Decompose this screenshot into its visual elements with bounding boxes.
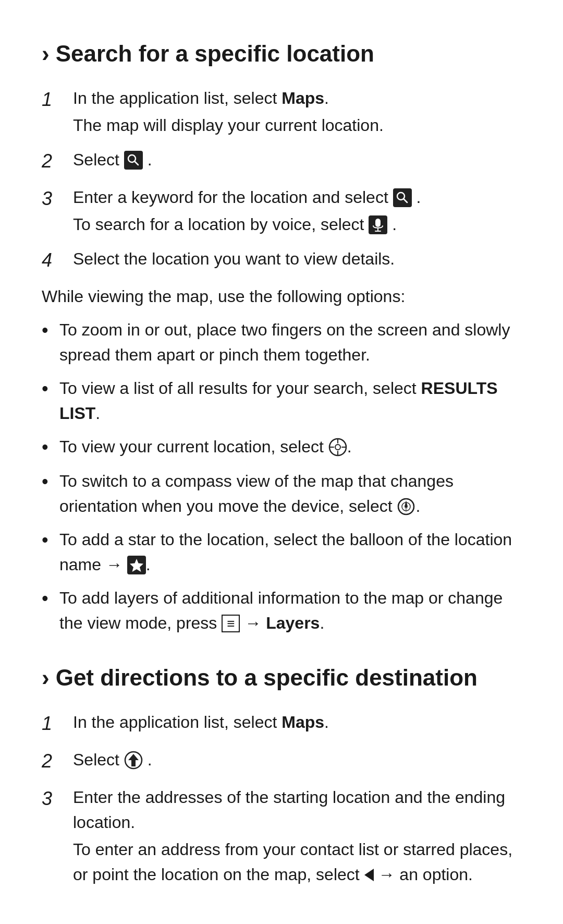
- step3-content: Enter a keyword for the location and sel…: [73, 185, 521, 237]
- step3-subline: To search for a location by voice, selec…: [73, 212, 521, 237]
- star-icon: [127, 556, 146, 574]
- bullet-dot-4: •: [42, 469, 51, 495]
- bullet-item-5: • To add a star to the location, select …: [42, 527, 521, 577]
- bullet-text-4: To switch to a compass view of the map t…: [59, 469, 521, 519]
- section2-chevron: ›: [42, 661, 50, 695]
- s2-step1-number: 1: [42, 710, 73, 738]
- step1-content: In the application list, select Maps. Th…: [73, 86, 521, 138]
- bullet-dot-1: •: [42, 317, 51, 343]
- step3-text: Enter a keyword for the location and sel…: [73, 188, 393, 207]
- bullet-item-4: • To switch to a compass view of the map…: [42, 469, 521, 519]
- search-icon: [124, 151, 143, 170]
- layers-bold: Layers: [266, 614, 320, 632]
- results-list-bold: RESULTS LIST: [59, 379, 498, 423]
- section1-step4: 4 Select the location you want to view d…: [42, 246, 521, 274]
- bullet-list: • To zoom in or out, place two fingers o…: [42, 317, 521, 635]
- bullet-text-2: To view a list of all results for your s…: [59, 376, 521, 426]
- svg-marker-25: [128, 754, 139, 766]
- search-icon-2: [393, 188, 412, 207]
- step1-maps-bold: Maps: [282, 89, 324, 107]
- section2-title: Get directions to a specific destination: [56, 661, 478, 695]
- svg-rect-0: [124, 151, 143, 170]
- s2-step3-content: Enter the addresses of the starting loca…: [73, 785, 521, 887]
- step2-number: 2: [42, 147, 73, 175]
- s2-step2-text: Select: [73, 750, 124, 769]
- triangle-icon: [364, 869, 374, 881]
- bullet-dot-5: •: [42, 527, 51, 553]
- svg-rect-3: [393, 188, 412, 207]
- bullet-item-6: • To add layers of additional informatio…: [42, 585, 521, 635]
- bullet-item-2: • To view a list of all results for your…: [42, 376, 521, 426]
- s2-step2-period: .: [148, 750, 152, 769]
- step4-text: Select the location you want to view det…: [73, 249, 395, 268]
- section1-step1: 1 In the application list, select Maps. …: [42, 86, 521, 138]
- step1-text: In the application list, select Maps.: [73, 89, 329, 107]
- bullet-text-5: To add a star to the location, select th…: [59, 527, 521, 577]
- section1-step2: 2 Select .: [42, 147, 521, 175]
- bullet-text-3: To view your current location, select .: [59, 434, 521, 459]
- s2-step3-subline-end: → an option.: [378, 865, 472, 884]
- section1-title: Search for a specific location: [56, 37, 374, 71]
- section1-heading: › Search for a specific location: [42, 37, 521, 71]
- step2-period: .: [148, 150, 152, 169]
- directions-icon: [124, 751, 143, 770]
- menu-icon: ≡: [222, 615, 240, 632]
- s2-step2-number: 2: [42, 747, 73, 775]
- step1-number: 1: [42, 86, 73, 114]
- section2-step1: 1 In the application list, select Maps.: [42, 710, 521, 738]
- svg-point-11: [335, 445, 340, 450]
- step2-content: Select .: [73, 147, 521, 172]
- bullet-dot-2: •: [42, 376, 51, 402]
- s2-step2-content: Select .: [73, 747, 521, 772]
- bullet-item-3: • To view your current location, select …: [42, 434, 521, 460]
- gps-icon: [328, 438, 347, 457]
- section2-step2: 2 Select .: [42, 747, 521, 775]
- bullet-item-1: • To zoom in or out, place two fingers o…: [42, 317, 521, 367]
- step3-subline-end: .: [392, 215, 397, 234]
- step3-subline-text: To search for a location by voice, selec…: [73, 215, 369, 234]
- step4-content: Select the location you want to view det…: [73, 246, 521, 271]
- section1-step3: 3 Enter a keyword for the location and s…: [42, 185, 521, 237]
- step3-period: .: [417, 188, 421, 207]
- s2-step3-number: 3: [42, 785, 73, 813]
- step4-number: 4: [42, 246, 73, 274]
- s2-maps-bold: Maps: [282, 713, 324, 731]
- while-text: While viewing the map, use the following…: [42, 284, 521, 309]
- section1-chevron: ›: [42, 37, 50, 71]
- section2-step3: 3 Enter the addresses of the starting lo…: [42, 785, 521, 887]
- s2-step3-subline: To enter an address from your contact li…: [73, 837, 521, 887]
- mic-icon: [369, 215, 387, 234]
- section1: › Search for a specific location 1 In th…: [42, 37, 521, 635]
- s2-step3-text: Enter the addresses of the starting loca…: [73, 788, 505, 832]
- bullet-dot-6: •: [42, 585, 51, 611]
- step3-number: 3: [42, 185, 73, 213]
- svg-rect-7: [375, 219, 381, 227]
- s2-step1-content: In the application list, select Maps.: [73, 710, 521, 735]
- step1-subline: The map will display your current locati…: [73, 113, 521, 138]
- bullet-text-6: To add layers of additional information …: [59, 585, 521, 635]
- section2-heading: › Get directions to a specific destinati…: [42, 661, 521, 695]
- bullet-dot-3: •: [42, 434, 51, 460]
- s2-step1-text: In the application list, select Maps.: [73, 713, 329, 731]
- bullet-text-1: To zoom in or out, place two fingers on …: [59, 317, 521, 367]
- compass-icon: [397, 497, 415, 516]
- section2: › Get directions to a specific destinati…: [42, 661, 521, 887]
- step2-text: Select: [73, 150, 124, 169]
